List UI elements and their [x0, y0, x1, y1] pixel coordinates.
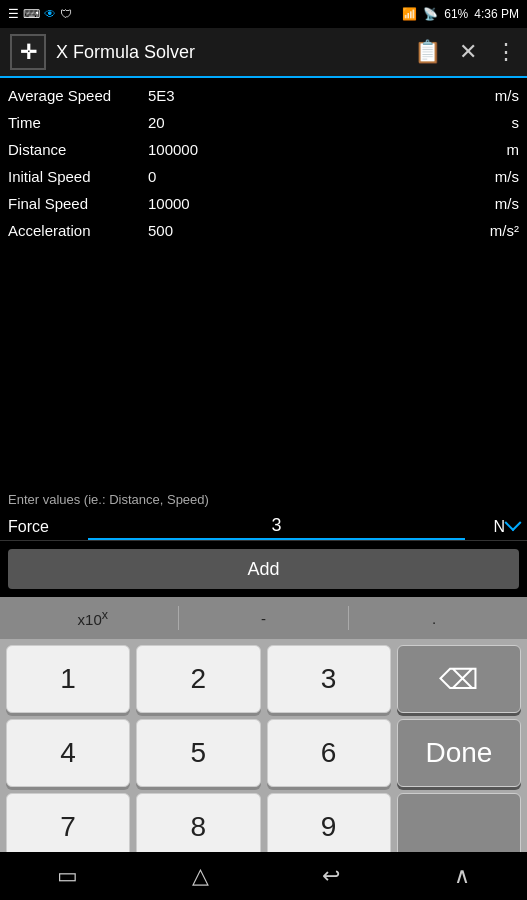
key-5[interactable]: 5 — [136, 719, 260, 787]
formula-row: Time 20 s — [8, 109, 519, 136]
menu-icon: ☰ — [8, 7, 19, 21]
formula-unit: m/s² — [459, 222, 519, 239]
formula-unit: m/s — [459, 87, 519, 104]
plus-crosshair-icon: ✛ — [20, 40, 37, 64]
formula-unit: m — [459, 141, 519, 158]
time-display: 4:36 PM — [474, 7, 519, 21]
key-9[interactable]: 9 — [267, 793, 391, 861]
formula-label: Average Speed — [8, 87, 148, 104]
formula-value: 100000 — [148, 141, 459, 158]
formula-value: 10000 — [148, 195, 459, 212]
formula-label: Final Speed — [8, 195, 148, 212]
key-1[interactable]: 1 — [6, 645, 130, 713]
formula-row: Acceleration 500 m/s² — [8, 217, 519, 244]
formula-value: 20 — [148, 114, 459, 131]
nav-bar: ▭ △ ↩ ∧ — [0, 852, 527, 900]
x10-key[interactable]: x10x — [8, 608, 178, 628]
title-bar: ✛ X Formula Solver 📋 ✕ ⋮ — [0, 28, 527, 78]
back-icon[interactable]: ↩ — [322, 863, 340, 889]
formula-row: Final Speed 10000 m/s — [8, 190, 519, 217]
formula-value: 500 — [148, 222, 459, 239]
formula-row: Initial Speed 0 m/s — [8, 163, 519, 190]
formula-unit: m/s — [459, 168, 519, 185]
formula-unit: m/s — [459, 195, 519, 212]
title-actions: 📋 ✕ ⋮ — [414, 39, 517, 65]
key-done[interactable]: Done — [397, 719, 521, 787]
recent-apps-icon[interactable]: ▭ — [57, 863, 78, 889]
key-7[interactable]: 7 — [6, 793, 130, 861]
middle-area — [0, 248, 527, 488]
eye-icon: 👁 — [44, 7, 56, 21]
force-input[interactable] — [88, 513, 465, 540]
minus-key[interactable]: - — [179, 610, 349, 627]
shield-icon: 🛡 — [60, 7, 72, 21]
add-button[interactable]: Add — [8, 549, 519, 589]
formula-row: Distance 100000 m — [8, 136, 519, 163]
input-row: Force N — [0, 511, 527, 541]
keyboard-top-row: x10x - . — [0, 597, 527, 639]
more-options-icon[interactable]: ⋮ — [495, 39, 517, 65]
formula-row: Average Speed 5E3 m/s — [8, 82, 519, 109]
close-icon[interactable]: ✕ — [459, 39, 477, 65]
wifi-icon: 📡 — [423, 7, 438, 21]
key-blank-11[interactable] — [397, 793, 521, 861]
formula-value: 5E3 — [148, 87, 459, 104]
battery-text: 61% — [444, 7, 468, 21]
home-icon[interactable]: △ — [192, 863, 209, 889]
status-left-icons: ☰ ⌨ 👁 🛡 — [8, 7, 72, 21]
input-hint: Enter values (ie.: Distance, Speed) — [0, 488, 527, 511]
force-unit: N — [465, 518, 505, 536]
status-bar: ☰ ⌨ 👁 🛡 📶 📡 61% 4:36 PM — [0, 0, 527, 28]
formula-table: Average Speed 5E3 m/s Time 20 s Distance… — [0, 78, 527, 248]
formula-label: Acceleration — [8, 222, 148, 239]
formula-label: Distance — [8, 141, 148, 158]
key-3[interactable]: 3 — [267, 645, 391, 713]
formula-value: 0 — [148, 168, 459, 185]
hide-keyboard-icon[interactable]: ∧ — [454, 863, 470, 889]
force-label: Force — [8, 518, 88, 536]
signal-icon: 📶 — [402, 7, 417, 21]
formula-label: Time — [8, 114, 148, 131]
app-icon: ✛ — [10, 34, 46, 70]
input-handle — [505, 514, 522, 531]
dot-key[interactable]: . — [349, 610, 519, 627]
key-3[interactable]: ⌫ — [397, 645, 521, 713]
key-4[interactable]: 4 — [6, 719, 130, 787]
status-right-icons: 📶 📡 61% 4:36 PM — [402, 7, 519, 21]
formula-unit: s — [459, 114, 519, 131]
formula-label: Initial Speed — [8, 168, 148, 185]
app-title: X Formula Solver — [56, 42, 404, 63]
clipboard-icon[interactable]: 📋 — [414, 39, 441, 65]
key-2[interactable]: 2 — [136, 645, 260, 713]
key-6[interactable]: 6 — [267, 719, 391, 787]
keyboard-icon: ⌨ — [23, 7, 40, 21]
key-8[interactable]: 8 — [136, 793, 260, 861]
